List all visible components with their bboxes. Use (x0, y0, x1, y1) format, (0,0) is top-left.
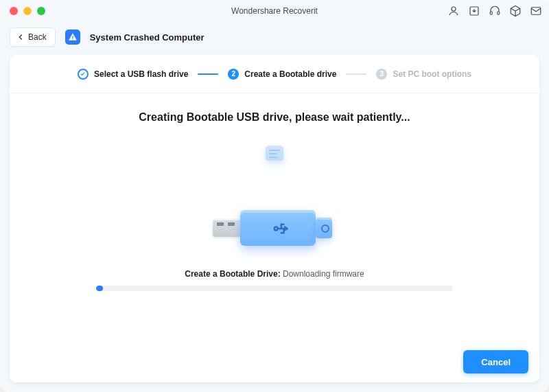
step-2-badge: 2 (228, 69, 239, 80)
usb-drive-icon (213, 207, 336, 249)
stepper-connector (198, 73, 218, 75)
minimize-window-button[interactable] (23, 7, 32, 15)
progress-bar (96, 286, 453, 291)
svg-rect-4 (531, 8, 541, 15)
main-content: Creating Bootable USB drive, please wait… (10, 93, 539, 341)
main-card: Select a USB flash drive 2 Create a Boot… (10, 55, 539, 382)
step-1: Select a USB flash drive (78, 69, 188, 80)
account-icon[interactable] (447, 5, 460, 17)
card-footer: Cancel (10, 341, 539, 382)
step-2-label: Create a Bootable drive (244, 69, 336, 79)
arrow-left-icon (16, 32, 25, 42)
breadcrumb: Back System Crashed Computer (0, 22, 549, 52)
breadcrumb-title: System Crashed Computer (90, 32, 205, 43)
app-window: Wondershare Recoverit Back (0, 0, 549, 392)
stepper-connector (346, 73, 366, 75)
file-chip-icon (266, 146, 283, 161)
svg-rect-2 (490, 12, 492, 15)
stepper: Select a USB flash drive 2 Create a Boot… (10, 55, 539, 93)
step-3-badge: 3 (376, 69, 387, 80)
back-button-label: Back (28, 32, 47, 42)
step-2: 2 Create a Bootable drive (228, 69, 336, 80)
svg-rect-5 (72, 36, 73, 38)
main-heading: Creating Bootable USB drive, please wait… (139, 111, 410, 124)
fullscreen-window-button[interactable] (37, 7, 45, 15)
cube-icon[interactable] (509, 5, 522, 17)
usb-illustration (185, 146, 364, 262)
progress-bar-fill (96, 286, 103, 291)
step-3: 3 Set PC boot options (376, 69, 471, 80)
window-controls (10, 7, 45, 15)
svg-rect-6 (72, 38, 73, 39)
title-bar: Wondershare Recoverit (0, 0, 549, 22)
check-icon (78, 69, 89, 80)
support-icon[interactable] (489, 5, 501, 17)
step-3-label: Set PC boot options (393, 69, 471, 79)
status-label: Create a Bootable Drive: (185, 269, 280, 279)
mail-icon[interactable] (530, 5, 542, 17)
step-1-label: Select a USB flash drive (94, 69, 188, 79)
svg-rect-3 (498, 12, 500, 15)
cancel-button[interactable]: Cancel (463, 350, 528, 373)
back-button[interactable]: Back (10, 27, 56, 47)
svg-point-0 (452, 7, 456, 11)
status-line: Create a Bootable Drive: Downloading fir… (185, 269, 364, 279)
status-value: Downloading firmware (283, 269, 364, 279)
cancel-button-label: Cancel (481, 357, 511, 367)
usb-symbol-icon (272, 218, 292, 239)
import-icon[interactable] (468, 5, 480, 17)
warning-icon (65, 30, 80, 45)
close-window-button[interactable] (10, 7, 18, 15)
title-bar-icons (447, 0, 542, 22)
